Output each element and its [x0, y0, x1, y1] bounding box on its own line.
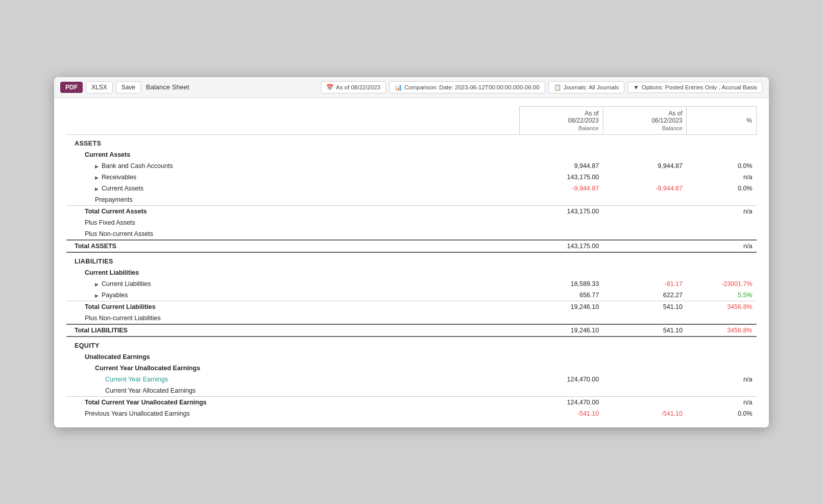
expand-icon: ▶ [95, 175, 99, 180]
balance1-cell: 19,246.10 [519, 301, 603, 313]
balance2-cell: 541.10 [603, 301, 687, 313]
date-filter-button[interactable]: 📅 As of 08/22/2023 [321, 81, 386, 93]
pct-header: % [687, 106, 757, 134]
comparison-button[interactable]: 📊 Comparison: Date: 2023-06-12T00:00:00.… [389, 81, 545, 93]
percent-cell [687, 385, 757, 397]
table-row: Plus Fixed Assets [66, 217, 757, 228]
balance1-cell: 124,470.00 [519, 374, 603, 385]
table-row: Total Current Liabilities19,246.10541.10… [66, 301, 757, 313]
percent-cell [687, 267, 757, 278]
balance2-cell [603, 385, 687, 397]
balance1-cell [519, 267, 603, 278]
col2-date1: As of [608, 110, 683, 117]
journals-button[interactable]: 📋 Journals: All Journals [548, 81, 625, 93]
expand-icon: ▶ [95, 282, 99, 287]
journals-label: Journals: All Journals [564, 84, 619, 90]
row-label[interactable]: ▶Receivables [66, 172, 519, 183]
row-label: Total LIABILITIES [66, 324, 519, 337]
balance2-cell: -541.10 [603, 408, 687, 419]
options-label: Options: Posted Entries Only , Accrual B… [642, 84, 757, 90]
table-row: Current Year Allocated Earnings [66, 385, 757, 397]
balance2-cell [603, 149, 687, 160]
row-label: Total Current Liabilities [66, 301, 519, 313]
table-body: ASSETSCurrent Assets▶Bank and Cash Accou… [66, 134, 757, 419]
row-label: Prepayments [66, 194, 519, 206]
window: PDF XLSX Save Balance Sheet 📅 As of 08/2… [54, 77, 769, 427]
row-label[interactable]: ▶Current Liabilities [66, 278, 519, 290]
table-row: ASSETS [66, 134, 757, 149]
balance1-cell [519, 351, 603, 363]
balance2-cell: 541.10 [603, 324, 687, 337]
balance2-cell: 622.27 [603, 290, 687, 301]
percent-cell: n/a [687, 374, 757, 385]
balance1-cell [519, 228, 603, 240]
percent-cell: 0.0% [687, 160, 757, 172]
expand-icon: ▶ [95, 293, 99, 298]
table-row: Current Assets [66, 149, 757, 160]
percent-cell: n/a [687, 240, 757, 252]
row-label: Previous Years Unallocated Earnings [66, 408, 519, 419]
balance1-cell [519, 385, 603, 397]
save-button[interactable]: Save [116, 81, 141, 93]
report-title: Balance Sheet [146, 83, 189, 91]
table-row[interactable]: ▶Payables656.77622.275.5% [66, 290, 757, 301]
balance2-cell [603, 351, 687, 363]
date-filter-label: As of 08/22/2023 [336, 84, 380, 90]
row-label: LIABILITIES [66, 252, 519, 267]
row-label: Total Current Assets [66, 205, 519, 217]
balance2-cell [603, 240, 687, 252]
report-content: As of 08/22/2023 Balance As of 06/12/202… [54, 98, 769, 427]
table-row[interactable]: ▶Current Liabilities18,589.33-81.17-2300… [66, 278, 757, 290]
percent-cell [687, 252, 757, 267]
balance1-cell [519, 252, 603, 267]
balance2-cell [603, 134, 687, 149]
comparison-label: Comparison: Date: 2023-06-12T00:00:00.00… [404, 84, 540, 90]
balance1-cell: -9,944.87 [519, 183, 603, 194]
row-label[interactable]: Current Year Earnings [66, 374, 519, 385]
balance1-cell: -541.10 [519, 408, 603, 419]
balance1-cell: 18,589.33 [519, 278, 603, 290]
balance1-cell: 656.77 [519, 290, 603, 301]
percent-cell: 0.0% [687, 183, 757, 194]
percent-cell: n/a [687, 172, 757, 183]
balance2-cell: -81.17 [603, 278, 687, 290]
balance2-cell [603, 194, 687, 206]
balance2-cell [603, 267, 687, 278]
balance1-cell [519, 313, 603, 324]
table-row: Total Current Year Unallocated Earnings1… [66, 396, 757, 408]
row-label[interactable]: ▶Payables [66, 290, 519, 301]
percent-cell [687, 351, 757, 363]
filter-icon: ▼ [633, 84, 639, 90]
row-label[interactable]: ▶Current Assets [66, 183, 519, 194]
percent-cell: n/a [687, 205, 757, 217]
percent-cell: n/a [687, 396, 757, 408]
row-label[interactable]: ▶Bank and Cash Accounts [66, 160, 519, 172]
balance1-cell [519, 337, 603, 351]
col1-header: As of 08/22/2023 Balance [519, 106, 603, 134]
balance1-cell: 143,175.00 [519, 205, 603, 217]
table-row: LIABILITIES [66, 252, 757, 267]
col1-date1: As of [524, 110, 599, 117]
table-row: Prepayments [66, 194, 757, 206]
table-row: Current Year Unallocated Earnings [66, 363, 757, 374]
table-row[interactable]: ▶Bank and Cash Accounts9,944.879,944.870… [66, 160, 757, 172]
row-label: Plus Non-current Assets [66, 228, 519, 240]
table-row[interactable]: ▶Current Assets-9,944.87-9,944.870.0% [66, 183, 757, 194]
table-row[interactable]: ▶Receivables143,175.00n/a [66, 172, 757, 183]
table-row: Previous Years Unallocated Earnings-541.… [66, 408, 757, 419]
table-row[interactable]: Current Year Earnings124,470.00n/a [66, 374, 757, 385]
pdf-button[interactable]: PDF [60, 82, 83, 93]
journal-icon: 📋 [554, 84, 561, 91]
table-row: Plus Non-current Assets [66, 228, 757, 240]
table-row: EQUITY [66, 337, 757, 351]
expand-icon: ▶ [95, 186, 99, 191]
table-row: Total ASSETS143,175.00n/a [66, 240, 757, 252]
label-header [66, 106, 519, 134]
balance2-cell [603, 228, 687, 240]
options-button[interactable]: ▼ Options: Posted Entries Only , Accrual… [627, 82, 763, 93]
balance2-cell: 9,944.87 [603, 160, 687, 172]
percent-cell [687, 337, 757, 351]
row-label: Current Year Allocated Earnings [66, 385, 519, 397]
percent-cell [687, 313, 757, 324]
xlsx-button[interactable]: XLSX [86, 81, 113, 93]
